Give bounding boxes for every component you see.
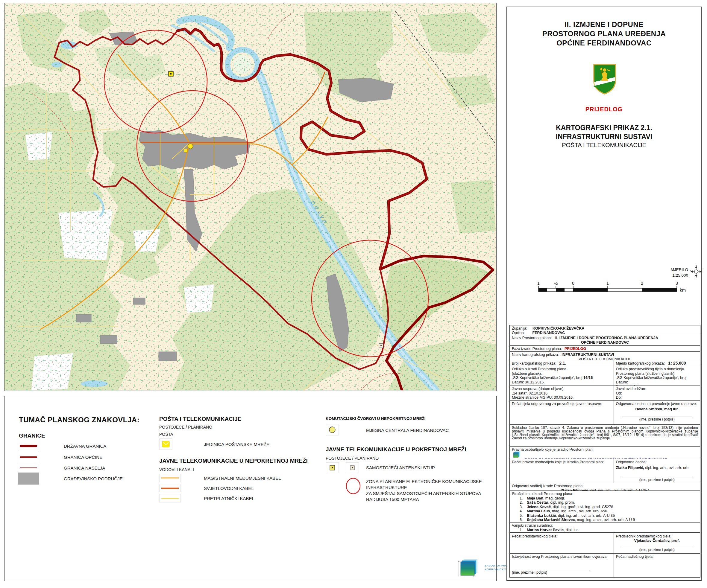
team-member: 4.Martina Lauš, mag. ing. arch., ovl. ar… [512,509,698,514]
team-member: 3.Jelena Kovač, dipl. ing. građ., ovl. i… [512,505,698,509]
responsible-author-label: Odgovorna osoba: [616,460,698,465]
sheet-title: II. IZMJENE I DOPUNE PROSTORNOG PLANA UR… [507,20,701,47]
lead-label: Odgovorni voditelj izrade Prostornog pla… [512,484,584,488]
plan-name-value2: OPĆINE FERDINANDOVAC [512,340,698,345]
team-member: 5.Blaženka Lukšić, dipl. ing. arh., ovl.… [512,514,698,518]
legend-nodes-title: KOMUTACIJSKI ČVOROVI U NEPOKRETNOJ MREŽI [326,416,426,421]
county-value: KOPRIVNIČKO-KRIŽEVAČKA [533,326,584,330]
map-number-cell: Broj kartografskog prikaza: 2.1. [510,360,614,366]
team-member: 6.Snježana Marković Sirovec, mag. ing. a… [512,518,698,522]
legend-posta-status: POSTOJEĆE / PLANIRANO [159,425,212,430]
public-review-line2: Od: [616,391,698,396]
row-external: Vanjski stručni suradnici: 1.Marina Horv… [510,522,700,533]
map-sheet-theme: POŠTA I TELEKOMUNIKACIJE [507,142,701,149]
info-table: Županija: KOPRIVNIČKO-KRIŽEVAČKA Općina:… [509,325,700,578]
legend-swatch-subscriber-cable [159,494,181,503]
title-info-panel: II. IZMJENE I DOPUNE PROSTORNOG PLANA UR… [506,7,702,581]
row-map-number-scale: Broj kartografskog prikaza: 2.1. Mjerilo… [510,360,700,366]
team-member-name: Snježana Marković Sirovec [527,518,575,522]
map-panel: DRAVA [4,3,497,391]
compass-rose-icon: N S W E [690,265,702,278]
decision-adoption-line5: Datum sjednice: [616,384,698,385]
row-decisions: Odluka o izradi Prostornog plana (službe… [510,366,700,386]
council-president-cell: Predsjednik predstavničkog tijela: Vjeko… [614,533,700,553]
public-debate-line3: Mrežne stranice MGIPU: 30.09.2016. [512,395,611,400]
responsible-debate-label: Odgovorna osoba za provođenje javne rasp… [616,402,698,406]
seal-debate-cell: Pečat tijela odgovornog za provođenje ja… [510,401,614,425]
team-member-num: 5. [519,514,527,518]
team-member: 2.Saša Cestar, dipl. ing. prom. [512,500,698,505]
legend-fixed-title: JAVNE TELEKOMUNIKACIJE U NEPOKRETNOJ MRE… [159,457,308,464]
legend-label-subscriber-cable: PRETPLATNIČKI KABEL [204,496,255,501]
map-sheet-number-title: KARTOGRAFSKI PRIKAZ 2.1. [507,123,701,132]
legend-swatch-municipal-border [18,451,39,463]
local-exchange-symbol [188,144,193,149]
antenna-mast-existing-icon [326,463,339,473]
decision-draft-cell: Odluka o izradi Prostornog plana (službe… [510,366,614,385]
map-title-label: Naziv kartografskog prikaza: [512,353,559,357]
scale-tick-half: ½ [554,281,558,286]
seal-council-label: Pečat predstavničkog tijela: [512,534,611,539]
responsible-debate-cell: Odgovorna osoba za provođenje javne rasp… [614,401,700,425]
team-member-num: 1. [519,496,527,501]
map-scale-label: Mjerilo kartografskog prikaza: [616,361,665,365]
authenticity-signnote: (ime, prezime i potpis) [512,571,611,575]
council-president-label: Predsjednik predstavničkog tijela: [616,534,698,539]
row-debate-seal: Pečat tijela odgovornog za provođenje ja… [510,401,700,425]
antenna-mast-existing-symbol [169,71,173,76]
compass-w: W [690,269,691,271]
compass-e: E [702,269,702,271]
responsible-author-title: dipl. ing. arh., ovl. arh. urb. [644,466,689,470]
public-debate-cell: Javna rasprava (datum objave): „24 sata“… [510,386,614,401]
institute-logo-small [512,451,522,459]
legend-swatch-settlement-border [18,462,39,474]
row-lead: Odgovorni voditelj izrade Prostornog pla… [510,483,700,491]
legend-label-municipal-border: GRANICA OPĆINE [64,454,102,460]
scale-bar-segments [538,288,677,292]
team-member-num: 2. [519,500,527,505]
seal-authority-label: Pečat nadležnog tijela: [616,554,698,559]
legend-posta-subtitle: POŠTA [159,432,173,437]
external-label: Vanjski stručni suradnici: [512,523,698,528]
row-author-org: Pravna osoba/tijelo koje je izradilo Pro… [510,446,700,459]
municipality-value: FERDINANDOVAC [533,331,565,335]
authenticity-label: Istovjetnost ovog Prostornog plana s izv… [512,554,611,559]
legend-fixed-subtitle: VODOVI I KANALI [159,467,194,472]
antenna-mast-planned-icon [346,463,359,473]
row-map-title: Naziv kartografskog prikaza: INFRASTRUKT… [510,352,700,360]
post-office-symbol [184,149,188,152]
team-member-num: 3. [519,505,527,509]
row-phase: Faza izrade Prostornog plana: PRIJEDLOG [510,346,700,352]
map-number-label: Broj kartografskog prikaza: [512,361,557,365]
team-member-num: 6. [519,518,527,522]
external-member-name: Marina Horvat Pavlic [527,528,564,532]
scale-bar: 1 ½ 0 1 2 3 km [534,277,689,294]
local-exchange-icon [326,425,339,435]
map-sheet-title: KARTOGRAFSKI PRIKAZ 2.1. INFRASTRUKTURNI… [507,123,701,141]
decision-draft-line1: Odluka o izradi Prostornog plana [512,367,611,371]
decision-draft-journal: „SG Koprivničko-križevačke županije“, br… [512,376,611,380]
county-label: Županija: [512,326,527,330]
coat-of-arms [593,63,616,96]
legend-label-post-office: JEDINICA POŠTANSKE MREŽE [204,442,269,447]
team-member-rest: , dipl. ing. građ., ovl. ing. građ. G527… [551,505,613,509]
municipality-label: Općina: [512,331,525,335]
legend-swatch-state-border [18,440,39,452]
team-member: 1.Maja Ban, mag. geogr. [512,496,698,501]
decision-adoption-line3: „SG Koprivničko-križevačke županije“, br… [616,376,698,380]
lead-name: Zlatko Filipović, [561,488,589,491]
scale-unit: km [680,287,686,293]
decision-draft-journal-text: „SG Koprivničko-križevačke županije“, br… [512,376,583,380]
team-member-rest: , mag. geogr. [543,496,565,500]
team-label: Stručni tim u izradi Prostornog plana: [512,492,698,496]
map-title-value: INFRASTRUKTURNI SUSTAVI [562,353,614,357]
external-member-rest: , dipl. iur. [564,528,579,532]
compass-n: N [696,265,697,266]
external-member: 1.Marina Horvat Pavlic, dipl. iur. [512,528,698,532]
team-member-num: 4. [519,509,527,514]
scale-tick-1: 1 [606,281,609,286]
antenna-mast-planned-symbol [379,344,383,348]
legend-swatch-mast-existing [326,463,339,473]
sheet-title-line1: II. IZMJENE I DOPUNE [507,20,701,29]
legend-swatch-post-office [159,438,172,450]
